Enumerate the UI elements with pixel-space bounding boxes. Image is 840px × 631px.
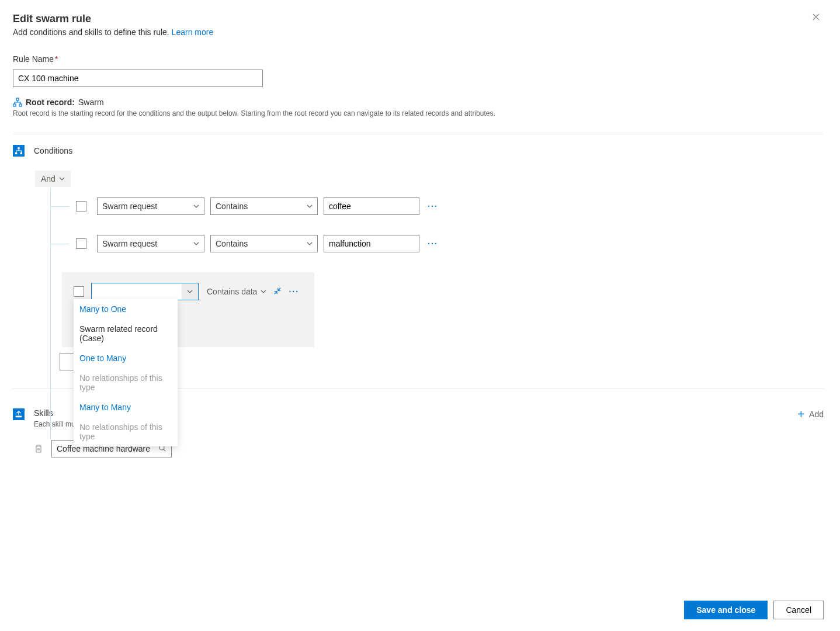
required-indicator: *: [55, 54, 58, 64]
dropdown-empty-message: No relationships of this type: [74, 368, 178, 397]
dropdown-empty-message: No relationships of this type: [74, 417, 178, 446]
dropdown-group-header: Many to Many: [74, 397, 178, 417]
related-condition-label: Contains data: [207, 287, 257, 296]
rule-name-label: Rule Name: [13, 54, 54, 64]
condition-operator-select[interactable]: Contains: [210, 197, 318, 215]
condition-operator-value: Contains: [216, 239, 248, 248]
chevron-down-icon: [59, 176, 65, 182]
divider: [13, 134, 824, 134]
add-skill-label: Add: [809, 410, 824, 419]
row-connector: [50, 244, 69, 244]
relationship-dropdown: Many to One Swarm related record (Case) …: [74, 299, 178, 446]
root-record-help: Root record is the starting record for t…: [13, 109, 824, 117]
collapse-icon[interactable]: [273, 287, 282, 297]
subtitle-text: Add conditions and skills to define this…: [13, 27, 169, 37]
learn-more-link[interactable]: Learn more: [172, 27, 214, 37]
delete-skill-button[interactable]: [34, 444, 43, 453]
conditions-icon: [13, 145, 25, 157]
skills-icon: [13, 408, 25, 420]
svg-rect-0: [16, 98, 19, 100]
condition-row: Swarm request Contains ···: [50, 235, 824, 252]
condition-field-select[interactable]: Swarm request: [97, 197, 204, 215]
cancel-button[interactable]: Cancel: [773, 601, 824, 619]
condition-operator-value: Contains: [216, 202, 248, 211]
related-condition-select[interactable]: Contains data: [207, 287, 266, 296]
svg-rect-2: [19, 104, 22, 106]
dropdown-group-header: One to Many: [74, 348, 178, 368]
row-connector: [50, 206, 69, 207]
related-more-menu[interactable]: ···: [289, 287, 299, 296]
dropdown-group-header: Many to One: [74, 299, 178, 319]
condition-value-input[interactable]: [324, 197, 419, 215]
condition-value-input[interactable]: [324, 235, 419, 252]
chevron-down-icon: [193, 203, 199, 209]
svg-rect-5: [20, 152, 23, 155]
tree-connector-line: [50, 188, 51, 439]
plus-icon: +: [797, 408, 804, 420]
related-row-checkbox[interactable]: [74, 286, 84, 297]
condition-row-checkbox[interactable]: [76, 201, 86, 212]
group-operator-dropdown[interactable]: And: [35, 171, 71, 187]
chevron-down-icon: [307, 241, 313, 247]
chevron-down-icon: [307, 203, 313, 209]
conditions-title: Conditions: [34, 146, 72, 155]
rule-name-input[interactable]: [13, 70, 263, 87]
svg-rect-4: [15, 152, 18, 155]
svg-rect-1: [13, 104, 16, 106]
condition-field-value: Swarm request: [102, 202, 157, 211]
add-skill-button[interactable]: + Add: [797, 408, 824, 420]
page-subtitle: Add conditions and skills to define this…: [13, 27, 824, 37]
sitemap-icon: [13, 98, 22, 107]
condition-field-select[interactable]: Swarm request: [97, 235, 204, 252]
svg-rect-3: [18, 147, 20, 150]
condition-operator-select[interactable]: Contains: [210, 235, 318, 252]
root-record-value: Swarm: [78, 98, 104, 107]
condition-row: Swarm request Contains ···: [50, 197, 824, 215]
related-dropdown-button[interactable]: [182, 283, 198, 300]
page-title: Edit swarm rule: [13, 13, 824, 25]
condition-field-value: Swarm request: [102, 239, 157, 248]
dropdown-option[interactable]: Swarm related record (Case): [74, 319, 178, 348]
related-entity-block: Contains data ··· Many to One Swarm rela…: [62, 272, 314, 347]
row-more-menu[interactable]: ···: [428, 202, 438, 211]
chevron-down-icon: [193, 241, 199, 247]
root-record-label: Root record:: [26, 98, 75, 107]
save-and-close-button[interactable]: Save and close: [684, 601, 768, 619]
condition-row-checkbox[interactable]: [76, 238, 86, 249]
svg-rect-6: [16, 416, 22, 418]
row-more-menu[interactable]: ···: [428, 239, 438, 248]
close-button[interactable]: [812, 13, 824, 25]
group-operator-label: And: [41, 174, 55, 183]
related-entity-select[interactable]: [91, 283, 199, 300]
